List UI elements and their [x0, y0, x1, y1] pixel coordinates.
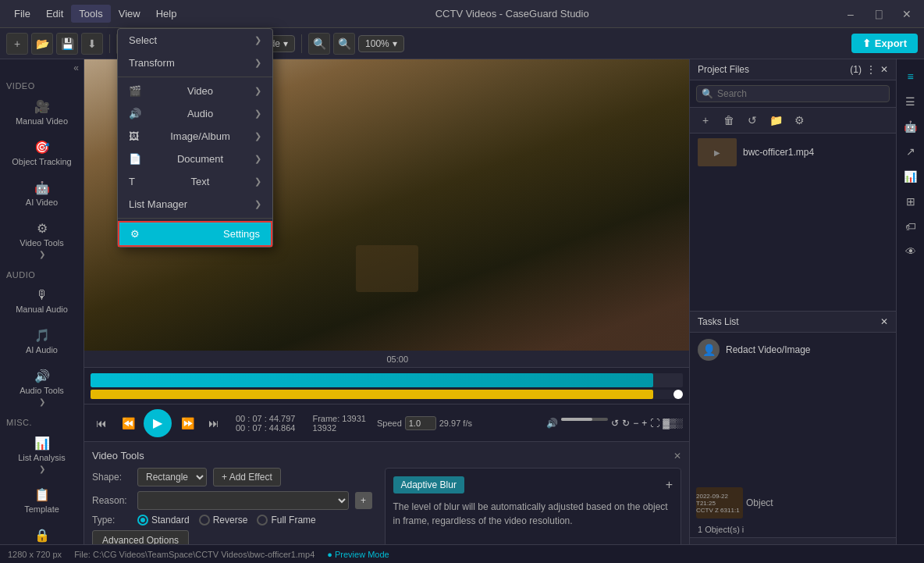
minimize-button[interactable]: – — [840, 3, 862, 25]
dropdown-list-manager[interactable]: List Manager ❯ — [118, 193, 272, 216]
delete-file-button[interactable]: 🗑 — [720, 111, 738, 130]
settings-menu-icon: ⚙ — [130, 228, 143, 240]
zoom-in-button[interactable]: 🔍 — [333, 33, 355, 55]
video-tools-arrow-icon: ❯ — [39, 250, 45, 258]
type-standard[interactable]: Standard — [137, 515, 190, 526]
help-menu-item[interactable]: Help — [148, 5, 185, 23]
save-button[interactable]: 💾 — [56, 33, 78, 55]
object-thumbnail[interactable]: 2022-09-22 T21:25CCTV Z 6311:1 — [696, 487, 743, 518]
dropdown-select[interactable]: Select ❯ — [118, 29, 272, 52]
add-effect-button[interactable]: + Add Effect — [213, 468, 281, 486]
shape-select[interactable]: Rectangle — [137, 468, 207, 486]
list-view-button[interactable]: ☰ — [900, 91, 922, 112]
list-analysis-label: List Analysis — [18, 453, 66, 462]
chart-button[interactable]: 📊 — [900, 166, 922, 187]
dropdown-transform[interactable]: Transform ❯ — [118, 52, 272, 74]
zoom-out-video-icon[interactable]: − — [633, 418, 638, 429]
manual-video-label: Manual Video — [16, 116, 68, 126]
folder-button[interactable]: 📁 — [766, 111, 785, 130]
file-item[interactable]: ▶ bwc-officer1.mp4 — [690, 134, 896, 171]
dropdown-audio[interactable]: 🔊 Audio ❯ — [118, 102, 272, 125]
share-button[interactable]: ↗ — [900, 141, 922, 162]
volume-slider[interactable] — [561, 418, 608, 421]
settings-file-button[interactable]: ⚙ — [790, 111, 808, 130]
document-arrow-icon: ❯ — [254, 154, 261, 164]
current-time: 00 : 07 : 44.797 — [236, 414, 295, 423]
search-input[interactable] — [717, 88, 884, 99]
timeline-handle[interactable] — [673, 390, 683, 399]
adaptive-blur-tab[interactable]: Adaptive Blur — [393, 476, 464, 494]
add-reason-button[interactable]: + — [355, 492, 372, 509]
close-button[interactable]: ✕ — [896, 3, 918, 25]
close-project-files-button[interactable]: ✕ — [880, 64, 888, 75]
reason-select[interactable] — [137, 491, 349, 510]
add-effect-plus-button[interactable]: + — [666, 478, 673, 492]
video-arrow-icon: ❯ — [254, 86, 261, 96]
sidebar-item-video-tools[interactable]: ⚙ Video Tools ❯ — [3, 215, 80, 265]
file-menu-item[interactable]: File — [6, 5, 38, 23]
vt-close-button[interactable]: ✕ — [673, 451, 681, 461]
status-bar: 1280 x 720 px File: C:\CG Videos\TeamSpa… — [0, 544, 924, 563]
sidebar-item-object-tracking[interactable]: 🎯 Object Tracking — [3, 134, 80, 173]
view-menu-item[interactable]: View — [111, 5, 148, 23]
timeline-track-secondary[interactable] — [91, 390, 683, 399]
type-reverse[interactable]: Reverse — [199, 515, 248, 526]
sidebar-item-audio-tools[interactable]: 🔊 Audio Tools ❯ — [3, 362, 80, 412]
dropdown-image-album[interactable]: 🖼 Image/Album ❯ — [118, 125, 272, 148]
zoom-in-video-icon[interactable]: + — [641, 418, 647, 429]
sidebar-item-template[interactable]: 📋 Template — [3, 481, 80, 520]
zoom-level[interactable]: 100% ▾ — [358, 35, 404, 52]
zoom-out-button[interactable]: 🔍 — [308, 33, 330, 55]
next-frame-button[interactable]: ⏩ — [176, 412, 198, 434]
play-button[interactable]: ▶ — [144, 409, 172, 437]
export-button[interactable]: ⬆ Export — [851, 34, 918, 53]
speed-input[interactable] — [405, 416, 436, 430]
standard-label: Standard — [151, 515, 190, 526]
close-tasks-button[interactable]: ✕ — [880, 316, 888, 327]
object-row: 2022-09-22 T21:25CCTV Z 6311:1 Object — [690, 484, 896, 522]
dropdown-settings[interactable]: ⚙ Settings — [118, 221, 272, 247]
import-button[interactable]: ⬇ — [81, 33, 103, 55]
sidebar-item-ai-audio[interactable]: 🎵 AI Audio — [3, 322, 80, 361]
new-button[interactable]: + — [6, 33, 28, 55]
robot-button[interactable]: 🤖 — [900, 116, 922, 137]
add-file-button[interactable]: + — [696, 111, 715, 130]
object-tracking-icon: 🎯 — [34, 140, 50, 155]
maximize-button[interactable]: ⎕ — [868, 3, 890, 25]
transform-label: Transform — [129, 57, 175, 69]
forward-icon[interactable]: ↻ — [622, 418, 630, 429]
audio-menu-label: Audio — [187, 108, 213, 119]
go-to-start-button[interactable]: ⏮ — [91, 412, 112, 434]
grid-button[interactable]: ⊞ — [900, 191, 922, 212]
rewind-icon[interactable]: ↺ — [611, 418, 619, 429]
layers-button[interactable]: ≡ — [900, 66, 922, 87]
sidebar-item-manual-audio[interactable]: 🎙 Manual Audio — [3, 282, 80, 320]
dropdown-document[interactable]: 📄 Document ❯ — [118, 148, 272, 170]
file-count: (1) — [850, 64, 862, 75]
eye-right-button[interactable]: 👁 — [900, 241, 922, 262]
dropdown-text[interactable]: T Text ❯ — [118, 170, 272, 193]
image-arrow-icon: ❯ — [254, 131, 261, 141]
task-redact[interactable]: 👤 Redact Video/Image — [690, 333, 896, 367]
go-to-end-button[interactable]: ⏭ — [203, 412, 225, 434]
video-menu-label: Video — [187, 85, 213, 97]
sidebar-item-ai-video[interactable]: 🤖 AI Video — [3, 174, 80, 213]
open-button[interactable]: 📂 — [31, 33, 53, 55]
dropdown-video[interactable]: 🎬 Video ❯ — [118, 80, 272, 102]
sidebar-item-manual-video[interactable]: 🎥 Manual Video — [3, 93, 80, 132]
refresh-button[interactable]: ↺ — [743, 111, 762, 130]
vt-header: Video Tools ✕ — [92, 450, 681, 461]
timeline-ruler: 05:00 — [84, 351, 689, 368]
timeline-track-main[interactable] — [91, 373, 683, 387]
sidebar-collapse-button[interactable]: « — [0, 59, 84, 77]
sidebar-item-list-analysis[interactable]: 📊 List Analysis ❯ — [3, 429, 80, 479]
file-privileges-icon: 🔒 — [34, 528, 50, 543]
audio-arrow-icon: ❯ — [254, 109, 261, 119]
prev-frame-button[interactable]: ⏪ — [117, 412, 139, 434]
type-full-frame[interactable]: Full Frame — [257, 515, 315, 526]
tag-button[interactable]: 🏷 — [900, 216, 922, 237]
more-options-icon[interactable]: ⋮ — [866, 64, 876, 75]
tools-menu-item[interactable]: Tools — [71, 5, 110, 23]
edit-menu-item[interactable]: Edit — [38, 5, 71, 23]
fit-icon[interactable]: ⛶ — [650, 418, 659, 429]
